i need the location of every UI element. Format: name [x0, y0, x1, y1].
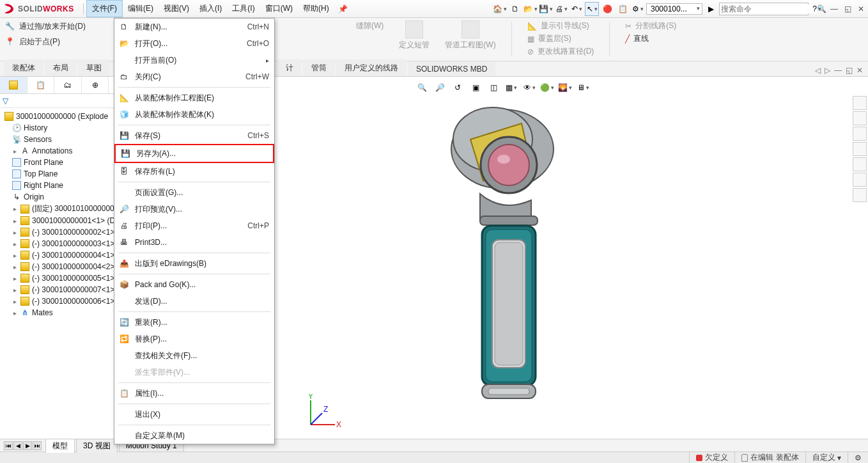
fm-customize[interactable]: 自定义菜单(M) — [114, 427, 274, 444]
taskpane-lib-icon[interactable] — [853, 111, 867, 125]
tab-3dview[interactable]: 3D 视图 — [76, 439, 118, 453]
minimize-button[interactable]: — — [830, 4, 838, 13]
tab-nav-next[interactable]: ▶ — [23, 441, 32, 450]
status-gear-icon[interactable]: ⚙ — [848, 452, 868, 463]
fm-send[interactable]: 发送(D)... — [114, 293, 274, 310]
scene-icon[interactable]: 🌄 — [558, 81, 572, 95]
taskpane-appear-icon[interactable] — [853, 157, 867, 171]
search-box[interactable]: 🔍 — [719, 3, 809, 15]
save-button[interactable]: 💾 — [539, 2, 553, 16]
taskpane-prop-icon[interactable] — [853, 173, 867, 187]
start-at-point[interactable]: 📍 启始于点(P) — [4, 36, 109, 47]
fm-find-ref[interactable]: 查找相关文件(F)... — [114, 347, 274, 364]
fm-tab-feature[interactable] — [0, 77, 27, 93]
file-menu-dropdown: 🗋新建(N)...Ctrl+N 📂打开(O)...Ctrl+O 打开当前(O) … — [114, 18, 275, 444]
play-icon[interactable]: ▶ — [704, 2, 718, 16]
view-settings-icon[interactable]: 🖥 — [576, 81, 590, 95]
task-pane — [853, 96, 868, 202]
menu-bar: SOLIDWORKS 文件(F) 编辑(E) 视图(V) 插入(I) 工具(I)… — [0, 0, 868, 18]
start-by-drag[interactable]: 🔧 通过拖/放来开始(D) — [4, 20, 109, 32]
fm-page-setup[interactable]: 页面设置(G)... — [114, 184, 274, 201]
publish-icon: 📤 — [118, 258, 130, 269]
document-combo[interactable]: 3000100... — [646, 3, 702, 15]
fm-open[interactable]: 📂打开(O)...Ctrl+O — [114, 35, 274, 52]
pin-icon[interactable]: 📌 — [334, 4, 352, 13]
restore-button[interactable]: ◱ — [844, 4, 851, 13]
tab-pipe[interactable]: 管筒 — [303, 59, 335, 76]
options-button[interactable]: 📋 — [616, 2, 630, 16]
fm-close[interactable]: 🗀关闭(C)Ctrl+W — [114, 68, 274, 85]
rebuild-button[interactable]: 🔴 — [600, 2, 614, 16]
fm-reload[interactable]: 🔄重装(R)... — [114, 314, 274, 331]
taskpane-home-icon[interactable] — [853, 96, 867, 110]
svg-point-4 — [497, 155, 510, 164]
settings-button[interactable]: ⚙ — [631, 2, 645, 16]
menu-window[interactable]: 窗口(W) — [260, 1, 298, 17]
tab-assembly[interactable]: 装配体 — [4, 59, 43, 76]
appearance-icon[interactable]: 🟢 — [540, 81, 554, 95]
tab-mbd[interactable]: SOLIDWORKS MBD — [408, 61, 495, 76]
tab-nav-last[interactable]: ⏭ — [33, 441, 42, 450]
prev-view-icon[interactable]: ↺ — [451, 81, 465, 95]
status-custom[interactable]: 自定义 ▾ — [805, 452, 848, 463]
panel-max-icon[interactable]: ◱ — [846, 66, 853, 75]
taskpane-view-icon[interactable] — [853, 142, 867, 156]
new-button[interactable]: 🗋 — [508, 2, 522, 16]
fm-pack[interactable]: 📦Pack and Go(K)... — [114, 276, 274, 293]
menu-tools[interactable]: 工具(I) — [227, 1, 260, 17]
open-button[interactable]: 📂 — [523, 2, 538, 16]
help-button[interactable]: ? — [810, 2, 824, 16]
select-button[interactable]: ↖ — [585, 2, 599, 16]
menu-view[interactable]: 视图(V) — [159, 1, 194, 17]
fm-print-preview[interactable]: 🔎打印预览(V)... — [114, 201, 274, 217]
zoom-area-icon[interactable]: 🔎 — [433, 81, 447, 95]
fm-save[interactable]: 💾保存(S)Ctrl+S — [114, 127, 274, 144]
panel-right-icon[interactable]: ▷ — [825, 66, 830, 75]
panel-min-icon[interactable]: — — [834, 66, 842, 75]
tab-layout[interactable]: 布局 — [45, 59, 77, 76]
fm-save-all[interactable]: 🗄保存所有(L) — [114, 163, 274, 180]
fm-tab-config[interactable]: 🗂 — [54, 77, 82, 93]
fm-make-assembly[interactable]: 🧊从装配体制作装配体(K) — [114, 106, 274, 123]
close-button[interactable]: ✕ — [858, 4, 864, 13]
fm-properties[interactable]: 📋属性(I)... — [114, 385, 274, 402]
menu-file[interactable]: 文件(F) — [86, 0, 123, 17]
fm-make-drawing[interactable]: 📐从装配体制作工程图(E) — [114, 90, 274, 106]
tab-user-route[interactable]: 用户定义的线路 — [336, 59, 407, 76]
fm-open-recent[interactable]: 打开当前(O) — [114, 52, 274, 68]
svg-rect-9 — [495, 242, 523, 365]
section-icon[interactable]: ▣ — [469, 81, 483, 95]
fm-tab-property[interactable]: 📋 — [27, 77, 55, 93]
display-style-icon[interactable]: ▦ — [504, 81, 518, 95]
tab-eval-partial[interactable]: 计 — [277, 59, 302, 76]
fm-new[interactable]: 🗋新建(N)...Ctrl+N — [114, 19, 274, 35]
fm-tab-dim[interactable]: ⊕ — [82, 77, 109, 93]
svg-point-3 — [488, 145, 529, 185]
print-button[interactable]: 🖨 — [554, 2, 568, 16]
fm-publish[interactable]: 📤出版到 eDrawings(B) — [114, 255, 274, 272]
undo-button[interactable]: ↶ — [570, 2, 584, 16]
fm-save-as[interactable]: 💾另存为(A)... — [114, 144, 274, 163]
tab-sketch[interactable]: 草图 — [78, 59, 110, 76]
fm-print[interactable]: 🖨打印(P)...Ctrl+P — [114, 217, 274, 234]
tab-model[interactable]: 模型 — [45, 439, 75, 453]
taskpane-forum-icon[interactable] — [853, 188, 867, 202]
panel-close-icon[interactable]: ✕ — [856, 66, 863, 75]
home-button[interactable]: 🏠 — [493, 2, 507, 16]
taskpane-explorer-icon[interactable] — [853, 127, 867, 141]
fm-replace[interactable]: 🔁替换(P)... — [114, 331, 274, 347]
fm-exit[interactable]: 退出(X) — [114, 406, 274, 423]
menu-edit[interactable]: 编辑(E) — [123, 1, 159, 17]
hide-show-icon[interactable]: 👁 — [522, 81, 536, 95]
tab-nav-prev[interactable]: ◀ — [13, 441, 22, 450]
tab-nav-first[interactable]: ⏮ — [4, 441, 13, 450]
wrench-icon: 🔧 — [4, 20, 15, 32]
panel-left-icon[interactable]: ◁ — [815, 66, 821, 75]
fm-print3d[interactable]: 🖶Print3D... — [114, 234, 274, 251]
zoom-fit-icon[interactable]: 🔍 — [415, 81, 429, 95]
line-cmd[interactable]: ╱直线 — [625, 33, 676, 44]
menu-help[interactable]: 帮助(H) — [298, 1, 334, 17]
search-input[interactable] — [721, 4, 817, 13]
menu-insert[interactable]: 插入(I) — [194, 1, 227, 17]
view-orient-icon[interactable]: ◫ — [486, 81, 500, 95]
